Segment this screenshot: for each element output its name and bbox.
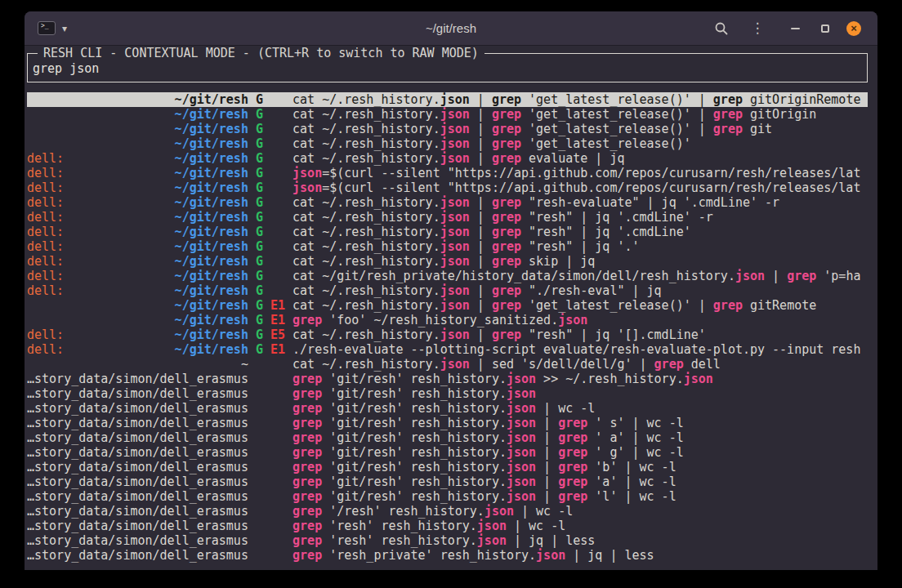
row-location: dell:~/git/resh (27, 342, 248, 357)
kebab-menu-icon: ⋮ (751, 21, 765, 35)
row-command: grep 'resh' resh_history.json | jq | les… (292, 533, 595, 548)
query-match: json (558, 313, 587, 327)
row-command: cat ~/.resh_history.json | grep "resh" |… (292, 210, 713, 225)
menu-button[interactable]: ⋮ (748, 19, 767, 38)
query-match: grep (292, 313, 322, 327)
row-location: …story_data/simon/dell_erasmus (27, 533, 248, 548)
query-match: json (440, 225, 470, 239)
query-match: grep (492, 239, 521, 254)
query-match: json (507, 430, 536, 445)
row-path: ~ (241, 357, 248, 372)
minimize-button[interactable] (785, 19, 805, 38)
query-match: json (507, 416, 536, 430)
row-flags (256, 401, 285, 416)
history-row[interactable]: …story_data/simon/dell_erasmus grep 'res… (27, 548, 868, 563)
history-row[interactable]: …story_data/simon/dell_erasmus grep 'git… (27, 474, 868, 489)
search-button[interactable] (712, 19, 731, 38)
restore-icon (821, 24, 829, 33)
row-location: …story_data/simon/dell_erasmus (27, 386, 248, 401)
row-command: grep 'foo' ~/resh_history_sanitized.json (292, 313, 587, 327)
history-row[interactable]: dell:~/git/resh G json=$(curl --silent "… (27, 166, 868, 180)
query-match: grep (292, 430, 322, 445)
row-command: cat ~/.resh_history.json | grep evaluate… (292, 151, 624, 166)
history-row[interactable]: …story_data/simon/dell_erasmus grep 'git… (27, 430, 868, 445)
query-match: json (477, 533, 507, 548)
history-row[interactable]: …story_data/simon/dell_erasmus grep 'git… (27, 401, 868, 416)
history-row[interactable]: dell:~/git/resh G cat ~/.resh_history.js… (27, 283, 868, 298)
history-row[interactable]: ~/git/resh G E1 grep 'foo' ~/resh_histor… (27, 313, 868, 327)
row-flags (256, 474, 285, 489)
history-row[interactable]: dell:~/git/resh G cat ~/.resh_history.js… (27, 225, 868, 239)
row-flags: G (256, 239, 285, 254)
row-command: json=$(curl --silent "https://api.github… (292, 166, 860, 180)
history-row[interactable]: dell:~/git/resh G cat ~/.resh_history.js… (27, 151, 868, 166)
history-row[interactable]: ~/git/resh G E1 cat ~/.resh_history.json… (27, 298, 868, 313)
search-query-input[interactable]: grep json (33, 61, 862, 76)
row-location: …story_data/simon/dell_erasmus (27, 474, 248, 489)
history-row[interactable]: …story_data/simon/dell_erasmus grep 'git… (27, 489, 868, 504)
history-row[interactable]: dell:~/git/resh G cat ~/.resh_history.js… (27, 210, 868, 225)
row-flags (256, 430, 285, 445)
history-row[interactable]: dell:~/git/resh G E1 ./resh-evaluate --p… (27, 342, 868, 357)
history-row[interactable]: …story_data/simon/dell_erasmus grep 'res… (27, 533, 868, 548)
row-flags: G (256, 210, 285, 225)
row-command: grep 'git/resh' resh_history.json (292, 386, 536, 401)
chevron-down-icon[interactable]: ▾ (62, 23, 67, 34)
row-path: …story_data/simon/dell_erasmus (27, 416, 248, 430)
query-match: json (507, 489, 536, 504)
history-row[interactable]: …story_data/simon/dell_erasmus grep 'git… (27, 416, 868, 430)
flag-git: G (256, 269, 263, 283)
row-host: dell: (27, 283, 64, 298)
query-match: grep (492, 107, 521, 122)
row-path: ~/git/resh (175, 92, 248, 107)
row-path: …story_data/simon/dell_erasmus (27, 489, 248, 504)
query-match: grep (492, 136, 521, 151)
history-row[interactable]: ~/git/resh G cat ~/.resh_history.json | … (27, 92, 868, 107)
history-row[interactable]: …story_data/simon/dell_erasmus grep '/re… (27, 504, 868, 519)
row-command: grep 'git/resh' resh_history.json | grep… (292, 416, 684, 430)
row-command: cat ~/.resh_history.json | grep 'get_lat… (292, 298, 816, 313)
history-row[interactable]: ~/git/resh G cat ~/.resh_history.json | … (27, 107, 868, 122)
history-row[interactable]: dell:~/git/resh G cat ~/.resh_history.js… (27, 195, 868, 210)
query-match: grep (492, 195, 521, 210)
flag-git: G (256, 180, 263, 195)
close-button[interactable]: × (844, 19, 864, 38)
flag-git: G (256, 195, 263, 210)
row-flags (256, 386, 285, 401)
history-row[interactable]: ~/git/resh G cat ~/.resh_history.json | … (27, 122, 868, 136)
row-location: ~ (27, 357, 248, 372)
row-path: ~/git/resh (175, 151, 248, 166)
query-match: grep (558, 489, 587, 504)
history-row[interactable]: dell:~/git/resh G json=$(curl --silent "… (27, 180, 868, 195)
row-location: dell:~/git/resh (27, 166, 248, 180)
history-row[interactable]: ~ cat ~/.resh_history.json | sed 's/dell… (27, 357, 868, 372)
titlebar-controls: ⋮ × (712, 19, 864, 38)
row-path: ~/git/resh (175, 269, 248, 283)
row-command: cat ~/.resh_history.json | grep "resh" |… (292, 239, 639, 254)
history-row[interactable]: …story_data/simon/dell_erasmus grep 'git… (27, 372, 868, 386)
history-row[interactable]: dell:~/git/resh G E5 cat ~/.resh_history… (27, 327, 868, 342)
history-row[interactable]: …story_data/simon/dell_erasmus grep 'res… (27, 519, 868, 533)
row-path: …story_data/simon/dell_erasmus (27, 401, 248, 416)
query-match: grep (558, 416, 587, 430)
history-row[interactable]: …story_data/simon/dell_erasmus grep 'git… (27, 460, 868, 474)
titlebar[interactable]: >_ ▾ ~/git/resh ⋮ × (25, 11, 877, 46)
row-command: grep 'git/resh' resh_history.json | wc -… (292, 401, 595, 416)
row-location: ~/git/resh (27, 92, 248, 107)
history-row[interactable]: dell:~/git/resh G cat ~/git/resh_private… (27, 269, 868, 283)
terminal-app-icon[interactable]: >_ (38, 21, 56, 35)
row-host: dell: (27, 225, 64, 239)
history-row[interactable]: …story_data/simon/dell_erasmus grep 'git… (27, 445, 868, 460)
resh-search-box[interactable]: RESH CLI - CONTEXTUAL MODE - (CTRL+R to … (27, 53, 868, 82)
query-match: grep (492, 210, 521, 225)
row-path: ~/git/resh (175, 225, 248, 239)
restore-button[interactable] (815, 19, 835, 38)
flag-git: G (256, 166, 263, 180)
close-icon: × (846, 21, 861, 36)
query-match: grep (713, 92, 743, 107)
history-row[interactable]: dell:~/git/resh G cat ~/.resh_history.js… (27, 239, 868, 254)
history-row[interactable]: …story_data/simon/dell_erasmus grep 'git… (27, 386, 868, 401)
history-row[interactable]: dell:~/git/resh G cat ~/.resh_history.js… (27, 254, 868, 269)
history-row[interactable]: ~/git/resh G cat ~/.resh_history.json | … (27, 136, 868, 151)
row-location: …story_data/simon/dell_erasmus (27, 445, 248, 460)
